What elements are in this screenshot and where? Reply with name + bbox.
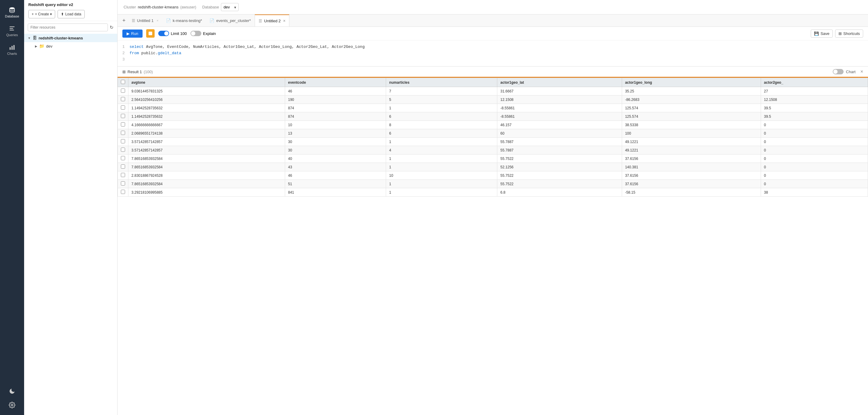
tab-untitled2-close[interactable]: × <box>283 19 285 23</box>
table-cell: 46 <box>285 171 386 180</box>
table-cell: 55.7522 <box>497 180 622 188</box>
table-cell: 35.25 <box>622 87 761 96</box>
explain-label: Explain <box>203 31 216 36</box>
sidebar-item-queries[interactable]: Queries <box>0 22 24 40</box>
tab-untitled2[interactable]: ☰ Untitled 2 × <box>255 14 289 27</box>
sidebar-item-darkmode[interactable] <box>0 384 24 398</box>
svg-point-0 <box>10 7 15 9</box>
tab-events[interactable]: 📄 events_per_cluster* <box>206 14 255 27</box>
tree-cluster-item[interactable]: ▼ 🗄 redshift-cluster-kmeans <box>24 34 117 42</box>
stop-icon <box>149 32 152 35</box>
sidebar-item-database-label: Database <box>5 14 19 18</box>
table-cell: 1 <box>386 188 497 197</box>
row-checkbox[interactable] <box>121 139 125 143</box>
table-cell: 874 <box>285 104 386 112</box>
row-checkbox[interactable] <box>121 181 125 185</box>
row-checkbox[interactable] <box>121 147 125 152</box>
sidebar: Database Queries Charts <box>0 0 24 415</box>
table-cell: 60 <box>497 129 622 138</box>
row-checkbox[interactable] <box>121 173 125 177</box>
sidebar-item-settings[interactable] <box>0 398 24 412</box>
upload-icon: ⬆ <box>61 12 64 16</box>
refresh-button[interactable]: ↻ <box>110 25 114 30</box>
tab-events-icon: 📄 <box>210 19 214 23</box>
table-row: 1.149425287356328741-8.55861125.57439.5 <box>118 104 868 112</box>
db-label: dev <box>46 44 53 48</box>
results-close-button[interactable]: × <box>861 69 863 74</box>
col-eventcode: eventcode <box>285 78 386 87</box>
table-cell: 51 <box>285 180 386 188</box>
filter-input[interactable] <box>28 24 108 31</box>
code-editor[interactable]: 1select AvgTone, EventCode, NumArticles,… <box>118 40 868 66</box>
chevron-down-icon: ▾ <box>50 12 52 16</box>
db-dropdown[interactable]: dev <box>221 3 239 11</box>
sidebar-item-database[interactable]: Database <box>0 3 24 22</box>
row-checkbox[interactable] <box>121 156 125 160</box>
table-row: 7.8651685393258443152.1256140.3810 <box>118 163 868 171</box>
table-row: 3.2921810699588584116.8-58.1538 <box>118 188 868 197</box>
results-header: ⊞ Result 1 (100) Chart × <box>118 67 868 78</box>
table-cell: 12.1508 <box>497 96 622 104</box>
content-area: Cluster redshift-cluster-kmeans (awsuser… <box>118 0 868 415</box>
col-checkbox <box>118 78 128 87</box>
row-checkbox[interactable] <box>121 190 125 194</box>
save-button[interactable]: 💾 Save <box>811 30 833 38</box>
sidebar-item-queries-label: Queries <box>6 33 18 37</box>
results-table-wrap: avgtone eventcode numarticles actor1geo_… <box>118 78 868 415</box>
run-button[interactable]: ▶ Run <box>122 30 143 38</box>
row-checkbox[interactable] <box>121 89 125 93</box>
editor-toolbar: ▶ Run Limit 100 Explain 💾 Sav <box>118 27 868 40</box>
tab-kmeans[interactable]: 📄 k-means-testing* <box>162 14 206 27</box>
table-cell: -8.55861 <box>497 104 622 112</box>
table-cell: 3.29218106995885 <box>128 188 285 197</box>
tab-untitled1-close-placeholder: × <box>156 19 158 22</box>
table-cell: 7.86516853932584 <box>128 163 285 171</box>
row-checkbox[interactable] <box>121 97 125 101</box>
explain-toggle[interactable] <box>190 31 201 36</box>
col-actor1geo_lat: actor1geo_lat <box>497 78 622 87</box>
sidebar-item-charts[interactable]: Charts <box>0 40 24 59</box>
cluster-icon: 🗄 <box>33 36 37 40</box>
add-tab-button[interactable]: + <box>120 14 128 27</box>
load-data-button[interactable]: ⬆ Load data <box>58 10 84 19</box>
table-cell: 1 <box>386 180 497 188</box>
table-cell: 37.6156 <box>622 171 761 180</box>
row-checkbox[interactable] <box>121 131 125 135</box>
row-checkbox[interactable] <box>121 122 125 127</box>
limit-toggle[interactable] <box>158 31 169 36</box>
tabs-bar: + ☰ Untitled 1 × 📄 k-means-testing* 📄 ev… <box>118 14 868 27</box>
shortcuts-button[interactable]: ⊞ Shortcuts <box>835 30 863 38</box>
cluster-user: (awsuser) <box>180 5 196 9</box>
table-cell: 0 <box>761 163 868 171</box>
table-cell: 125.574 <box>622 104 761 112</box>
create-button[interactable]: + + Create ▾ <box>28 10 55 19</box>
row-checkbox[interactable] <box>121 165 125 169</box>
editor-area: ▶ Run Limit 100 Explain 💾 Sav <box>118 27 868 66</box>
code-line-2: 2from public.gdelt_data <box>122 50 863 57</box>
table-row: 4.1666666666666710846.15738.53380 <box>118 121 868 129</box>
search-row: ↻ <box>24 21 117 34</box>
table-cell: 3.57142857142857 <box>128 146 285 154</box>
tree-db-item[interactable]: ▶ 📁 dev <box>24 42 117 50</box>
row-checkbox[interactable] <box>121 105 125 110</box>
db-folder-icon: 📁 <box>39 44 44 48</box>
stop-button[interactable] <box>146 29 155 38</box>
tab-untitled1[interactable]: ☰ Untitled 1 × <box>128 14 162 27</box>
table-cell: 100 <box>622 129 761 138</box>
tab-kmeans-label: k-means-testing* <box>173 19 202 23</box>
results-title-text: Result 1 <box>127 70 142 74</box>
db-select: Database dev <box>202 3 239 11</box>
queries-icon <box>9 25 16 32</box>
row-checkbox[interactable] <box>121 114 125 118</box>
table-cell: 31.6667 <box>497 87 622 96</box>
table-cell: 55.7887 <box>497 146 622 154</box>
moon-icon <box>9 388 16 394</box>
code-line-3: 3 <box>122 57 863 63</box>
table-cell: 10 <box>386 171 497 180</box>
results-title: ⊞ Result 1 (100) <box>122 70 153 74</box>
table-cell: 55.7522 <box>497 171 622 180</box>
chart-toggle[interactable] <box>833 69 844 74</box>
header-checkbox[interactable] <box>121 80 125 84</box>
results-count: (100) <box>144 70 153 74</box>
table-cell: 49.1221 <box>622 138 761 146</box>
